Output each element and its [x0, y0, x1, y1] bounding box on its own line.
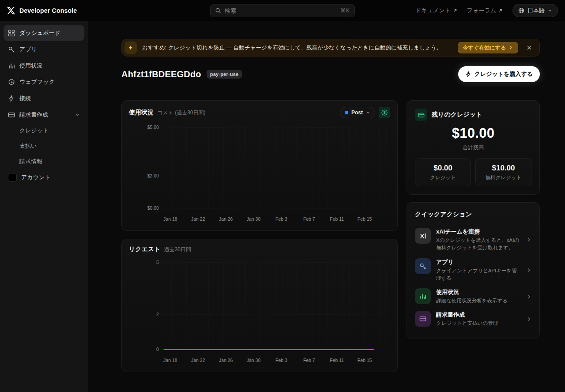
external-link-icon — [453, 8, 457, 13]
avatar — [8, 173, 17, 182]
quick-action-title: 請求書作成 — [436, 311, 521, 319]
enable-autocharge-button[interactable]: 今すぐ有効にする — [458, 42, 518, 53]
chevron-right-icon — [526, 317, 531, 322]
sidebar-subitem-payments[interactable]: 支払い — [4, 138, 84, 154]
svg-text:$0.00: $0.00 — [147, 206, 159, 211]
series-selector[interactable]: Post — [340, 107, 375, 118]
topbar: Developer Console ⌘K ドキュメント フォーラム 日本語 — [0, 0, 565, 21]
credit-balance-box: $0.00 クレジット — [415, 158, 471, 186]
svg-text:$2.00: $2.00 — [147, 173, 159, 178]
sidebar-item-label: アプリ — [19, 45, 37, 53]
usage-chart-card: 使用状況 コスト (過去30日間) Post — [121, 100, 398, 231]
quick-action-title: xAIチームを連携 — [436, 228, 521, 236]
requests-chart: 520Jan 18Jan 22Jan 26Jan 30Feb 3Feb 7Feb… — [129, 256, 390, 367]
usage-chart-title: 使用状況 — [129, 109, 154, 117]
quick-action-description: クレジットと支払いの管理 — [436, 320, 521, 327]
svg-text:$5.00: $5.00 — [147, 125, 159, 130]
quick-action-billing[interactable]: 請求書作成 クレジットと支払いの管理 — [415, 308, 531, 330]
sidebar-item-label: 使用状況 — [19, 62, 42, 70]
credits-card: 残りのクレジット $10.00 合計残高 $0.00 クレジット $10.00 … — [407, 100, 540, 195]
svg-text:2: 2 — [156, 312, 159, 317]
quick-action-usage[interactable]: 使用状況 詳細な使用状況分析を表示する — [415, 285, 531, 308]
svg-text:Feb 7: Feb 7 — [303, 358, 315, 363]
sidebar-item-connections[interactable]: 接続 — [4, 90, 84, 106]
sidebar-item-account[interactable]: アカウント — [4, 169, 84, 185]
dollar-circle-icon — [381, 109, 388, 116]
svg-text:Jan 18: Jan 18 — [163, 358, 177, 363]
chevron-right-icon — [526, 237, 531, 242]
close-icon[interactable] — [524, 43, 534, 53]
free-credit-label: 無料クレジット — [479, 174, 527, 181]
quick-action-connect-xai-team[interactable]: xAIチームを連携 Xのクレジットを購入すると、xAIの無料クレジットを受け取れ… — [415, 225, 531, 255]
sidebar-item-dashboard[interactable]: ダッシュボード — [4, 25, 84, 41]
sidebar: ダッシュボード アプリ 使用状況 ウェブフック 接続 — [0, 21, 88, 392]
banner-message: おすすめ: クレジット切れを防止 — 自動チャージを有効にして、残高が少なくなっ… — [142, 44, 452, 52]
svg-text:Feb 7: Feb 7 — [303, 217, 315, 222]
bolt-badge-icon — [124, 41, 137, 54]
sidebar-item-label: 接続 — [19, 94, 31, 102]
credit-card-green-icon — [415, 109, 427, 121]
page-header: Ahfzt1fBDEEGDdo pay-per-use クレジットを購入する — [121, 66, 540, 82]
quick-action-description: クライアントアプリとAPIキーを管理する — [436, 267, 521, 283]
xai-logo-icon — [415, 228, 431, 244]
buy-credits-label: クレジットを購入する — [475, 70, 533, 78]
bolt-icon — [465, 71, 471, 77]
quick-action-apps[interactable]: アプリ クライアントアプリとAPIキーを管理する — [415, 255, 531, 286]
topbar-right: ドキュメント フォーラム 日本語 — [415, 4, 558, 17]
free-credit-value: $10.00 — [479, 164, 527, 173]
side-column: 残りのクレジット $10.00 合計残高 $0.00 クレジット $10.00 … — [407, 100, 540, 339]
language-selector[interactable]: 日本語 — [512, 4, 558, 17]
app-title: Developer Console — [19, 7, 77, 14]
sidebar-item-label: ダッシュボード — [19, 29, 60, 37]
requests-chart-card: リクエスト 過去30日間 520Jan 18Jan 22Jan 26Jan 30… — [121, 239, 398, 372]
svg-text:Jan 22: Jan 22 — [191, 217, 205, 222]
grid-icon — [8, 30, 15, 37]
docs-link-label: ドキュメント — [415, 7, 451, 15]
sidebar-item-webhooks[interactable]: ウェブフック — [4, 74, 84, 90]
external-link-icon — [498, 8, 503, 13]
key-icon — [415, 258, 431, 274]
credits-total-label: 合計残高 — [415, 144, 531, 151]
sidebar-subitem-billing-info[interactable]: 請求情報 — [4, 154, 84, 169]
page-title: Ahfzt1fBDEEGDdo — [121, 69, 201, 79]
sidebar-item-label: ウェブフック — [19, 78, 55, 86]
sidebar-item-apps[interactable]: アプリ — [4, 41, 84, 57]
svg-text:Feb 3: Feb 3 — [275, 358, 287, 363]
requests-chart-title: リクエスト — [129, 245, 161, 253]
free-credit-box: $10.00 無料クレジット — [475, 158, 531, 186]
svg-text:Feb 11: Feb 11 — [330, 217, 344, 222]
forum-link[interactable]: フォーラム — [467, 7, 503, 15]
credit-card-icon — [8, 111, 15, 118]
buy-credits-button[interactable]: クレジットを購入する — [458, 66, 540, 82]
sidebar-item-billing[interactable]: 請求書作成 — [4, 106, 84, 123]
webhook-icon — [8, 79, 15, 86]
credit-balance-label: クレジット — [419, 174, 467, 181]
search-shortcut: ⌘K — [340, 8, 350, 14]
sidebar-item-label: 請求書作成 — [19, 111, 48, 119]
search-input[interactable] — [225, 8, 337, 14]
credit-card-icon — [415, 311, 431, 327]
plan-badge: pay-per-use — [207, 70, 242, 79]
bar-chart-icon — [8, 62, 15, 69]
docs-link[interactable]: ドキュメント — [415, 7, 457, 15]
quick-actions-title: クイックアクション — [415, 211, 531, 219]
forum-link-label: フォーラム — [467, 7, 496, 15]
svg-text:Feb 15: Feb 15 — [358, 217, 372, 222]
quick-action-description: Xのクレジットを購入すると、xAIの無料クレジットを受け取れます。 — [436, 237, 521, 252]
quick-action-description: 詳細な使用状況分析を表示する — [436, 297, 521, 305]
sidebar-subitem-credits[interactable]: クレジット — [4, 123, 84, 138]
quick-action-title: アプリ — [436, 258, 521, 266]
sidebar-item-usage[interactable]: 使用状況 — [4, 57, 84, 74]
svg-text:Jan 30: Jan 30 — [247, 217, 261, 222]
cost-unit-toggle[interactable] — [379, 107, 390, 118]
chevron-down-icon — [548, 8, 552, 13]
x-logo-icon — [7, 7, 15, 15]
main-content: おすすめ: クレジット切れを防止 — 自動チャージを有効にして、残高が少なくなっ… — [88, 21, 565, 392]
svg-text:5: 5 — [156, 260, 159, 265]
chevron-down-icon — [75, 112, 80, 117]
bar-chart-icon — [415, 288, 431, 304]
search-bar[interactable]: ⌘K — [210, 4, 355, 17]
globe-icon — [518, 8, 524, 14]
brand: Developer Console — [7, 7, 77, 15]
svg-text:Jan 30: Jan 30 — [247, 358, 261, 363]
